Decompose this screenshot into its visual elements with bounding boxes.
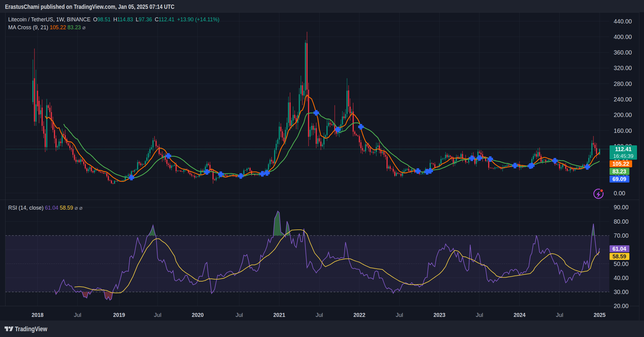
svg-text:Jul: Jul: [235, 312, 243, 318]
svg-text:320.00: 320.00: [614, 65, 632, 71]
svg-text:2023: 2023: [433, 312, 445, 318]
svg-text:105.22: 105.22: [612, 161, 629, 167]
svg-text:280.00: 280.00: [614, 80, 632, 87]
svg-text:440.00: 440.00: [614, 18, 632, 25]
svg-text:2019: 2019: [113, 312, 125, 318]
svg-text:30.00: 30.00: [614, 289, 629, 295]
svg-text:20.00: 20.00: [614, 303, 629, 309]
svg-text:2024: 2024: [514, 312, 525, 318]
svg-text:58.59: 58.59: [612, 254, 626, 260]
svg-text:Jul: Jul: [556, 312, 563, 318]
svg-text:40.00: 40.00: [614, 275, 629, 281]
svg-text:Litecoin / TetherUS, 1W, BINAN: Litecoin / TetherUS, 1W, BINANCE O98.51 …: [8, 16, 219, 23]
svg-text:RSI (14, close) 61.04 58.59 ⌀: RSI (14, close) 61.04 58.59 ⌀ ⌀: [8, 205, 83, 211]
svg-text:0.00: 0.00: [614, 190, 625, 197]
svg-text:80.00: 80.00: [614, 218, 629, 225]
svg-text:200.00: 200.00: [614, 112, 632, 118]
svg-text:2020: 2020: [192, 312, 203, 318]
svg-text:MA Cross (9, 21) 105.22 83.23: MA Cross (9, 21) 105.22 83.23 ⌀: [8, 24, 86, 30]
svg-text:83.23: 83.23: [612, 168, 626, 175]
svg-text:TradingView: TradingView: [15, 325, 47, 333]
svg-text:360.00: 360.00: [614, 49, 632, 56]
svg-text:Jul: Jul: [316, 312, 323, 318]
svg-text:2022: 2022: [353, 312, 365, 318]
svg-text:240.00: 240.00: [614, 96, 632, 103]
svg-text:Jul: Jul: [396, 312, 403, 318]
svg-text:ErastusChami published on Trad: ErastusChami published on TradingView.co…: [5, 3, 175, 10]
svg-text:61.04: 61.04: [612, 246, 626, 252]
svg-text:16:45:39: 16:45:39: [613, 153, 633, 159]
svg-text:70.00: 70.00: [614, 232, 629, 239]
svg-text:Jul: Jul: [154, 312, 161, 318]
svg-text:160.00: 160.00: [614, 127, 632, 134]
svg-text:112.41: 112.41: [615, 146, 632, 152]
svg-text:69.09: 69.09: [612, 176, 626, 182]
svg-text:2025: 2025: [594, 312, 606, 318]
svg-text:Jul: Jul: [476, 312, 483, 318]
svg-text:Jul: Jul: [74, 312, 81, 318]
svg-text:2018: 2018: [32, 312, 44, 318]
svg-text:90.00: 90.00: [614, 204, 629, 211]
svg-text:400.00: 400.00: [614, 34, 632, 40]
svg-text:2021: 2021: [273, 312, 285, 318]
svg-text:50.00: 50.00: [614, 261, 629, 267]
